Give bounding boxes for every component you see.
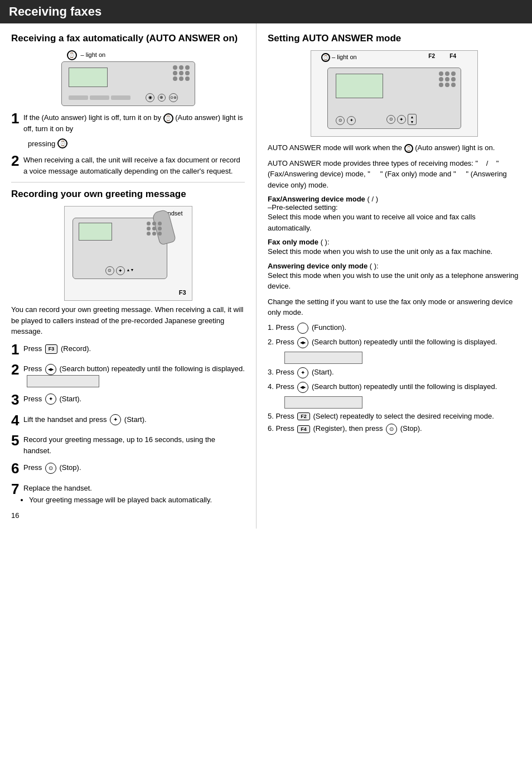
rec-step7-row: 7 Replace the handset. Your greeting mes… (11, 481, 245, 506)
rec-step5-num: 5 (11, 433, 23, 449)
search-icon-right-step4 (297, 382, 308, 393)
page-title: Receiving faxes (9, 4, 101, 18)
display-box-step2 (27, 375, 99, 387)
fax-device-mode-desc: Select this mode when you want to receiv… (268, 212, 521, 233)
rec-step3-num: 3 (11, 392, 23, 408)
step2-num: 2 (11, 153, 23, 169)
rec-step1-num: 1 (11, 342, 23, 358)
auto-answer-icon-inline: ⌚ (163, 113, 173, 123)
stop-icon-right: ⊙ (386, 424, 397, 435)
f2-label-diagram: F2 (428, 53, 435, 59)
light-on-label: – light on (81, 51, 106, 58)
start-icon-step4: ✦ (110, 414, 121, 425)
rec-step2-num: 2 (11, 362, 23, 378)
step1b-row: pressing ⌚ (28, 138, 245, 148)
start-icon-right-step3: ✦ (297, 367, 308, 378)
right-step4-row: 4. Press (Search button) repeatedly unti… (268, 382, 521, 409)
fax-machine-diagram: ◉ ⊕ ⊙⊚ (61, 61, 195, 106)
display-box-right-step4 (284, 396, 362, 409)
right-section-title: Setting AUTO ANSWER mode (268, 32, 521, 45)
f2-key-icon: F2 (297, 412, 310, 420)
page-header: Receiving faxes (0, 0, 532, 23)
fax-only-label: Fax only mode ( ): (268, 238, 521, 246)
search-btn-icon (45, 364, 56, 375)
f3-label: F3 (179, 289, 186, 296)
left-column: Receiving a fax automatically (AUTO ANSW… (0, 23, 257, 529)
right-step5-row: 5. Press F2 (Select) repeatedly to selec… (268, 412, 521, 421)
change-desc: Change the setting if you want to use th… (268, 296, 521, 318)
ans-only-desc: Select this mode when you wish to use th… (268, 270, 521, 292)
auto-answer-icon-press: ⌚ (57, 138, 67, 148)
fax-device-mode-label: Fax/Answering device mode ( / ) (268, 195, 521, 203)
rec-step4-row: 4 Lift the handset and press ✦ (Start). (11, 412, 245, 429)
auto-ans-para2: AUTO ANSWER mode provides three types of… (268, 158, 521, 191)
section1-title: Receiving a fax automatically (AUTO ANSW… (11, 32, 245, 45)
rec-step5-row: 5 Record your greeting message, up to 16… (11, 433, 245, 456)
auto-ans-para1: AUTO ANSWER mode will work when the ⌚ (A… (268, 142, 521, 153)
greeting-diagram: Handset ⊙ ✦ (64, 206, 192, 301)
auto-answer-diagram: ⌚ – light on F2 F4 (311, 50, 478, 137)
fax-only-desc: Select this mode when you wish to use th… (268, 246, 521, 257)
f3-key-icon: F3 (45, 344, 58, 354)
fax-device-mode-preset: –Pre-selected setting: (268, 203, 521, 212)
bullet1: Your greeting message will be played bac… (29, 495, 245, 506)
f4-key-icon: F4 (297, 425, 310, 433)
section2-title: Recording your own greeting message (11, 188, 245, 200)
rec-step6-row: 6 Press ⊙ (Stop). (11, 460, 245, 477)
rec-step5-content: Record your greeting message, up to 16 s… (23, 433, 245, 456)
ans-only-label: Answering device only mode ( ): (268, 262, 521, 270)
rec-step1-content: Press F3 (Record). (23, 342, 245, 354)
step2-content: When receiving a call, the unit will rec… (23, 153, 245, 176)
rec-step4-content: Lift the handset and press ✦ (Start). (23, 412, 245, 426)
f4-label-diagram: F4 (449, 53, 456, 59)
rec-step2-row: 2 Press (Search button) repeatedly until… (11, 362, 245, 387)
rec-step7-content: Replace the handset. Your greeting messa… (23, 481, 245, 506)
rec-step1-row: 1 Press F3 (Record). (11, 342, 245, 358)
rec-step6-num: 6 (11, 460, 23, 477)
rec-step4-num: 4 (11, 412, 23, 429)
rec-step2-content: Press (Search button) repeatedly until t… (23, 362, 245, 387)
display-box-right-step2 (284, 352, 362, 364)
right-step6-row: 6. Press F4 (Register), then press ⊙ (St… (268, 424, 521, 435)
func-icon-right (297, 323, 308, 334)
greeting-intro: You can record your own greeting message… (11, 304, 245, 337)
search-icon-right-step2 (297, 337, 308, 348)
step1-num: 1 (11, 111, 23, 127)
stop-icon-step6: ⊙ (45, 463, 56, 474)
right-step2-row: 2. Press (Search button) repeatedly unti… (268, 337, 521, 364)
step2-row: 2 When receiving a call, the unit will r… (11, 153, 245, 176)
step1-content: If the (Auto answer) light is off, turn … (23, 111, 245, 134)
right-column: Setting AUTO ANSWER mode ⌚ – light on F2… (257, 23, 532, 529)
auto-ans-light-label: ⌚ – light on (321, 53, 357, 62)
rec-step6-content: Press ⊙ (Stop). (23, 460, 245, 474)
rec-step3-row: 3 Press ✦ (Start). (11, 392, 245, 408)
step1-row: 1 If the (Auto answer) light is off, tur… (11, 111, 245, 134)
start-icon-step3: ✦ (45, 393, 56, 405)
right-step3-row: 3. Press ✦ (Start). (268, 367, 521, 378)
right-step1-row: 1. Press (Function). (268, 323, 521, 334)
auto-answer-light-icon: ⌚ (67, 50, 77, 60)
page-number: 16 (11, 511, 245, 520)
auto-answer-icon-para: ⌚ (404, 144, 413, 153)
rec-step3-content: Press ✦ (Start). (23, 392, 245, 405)
